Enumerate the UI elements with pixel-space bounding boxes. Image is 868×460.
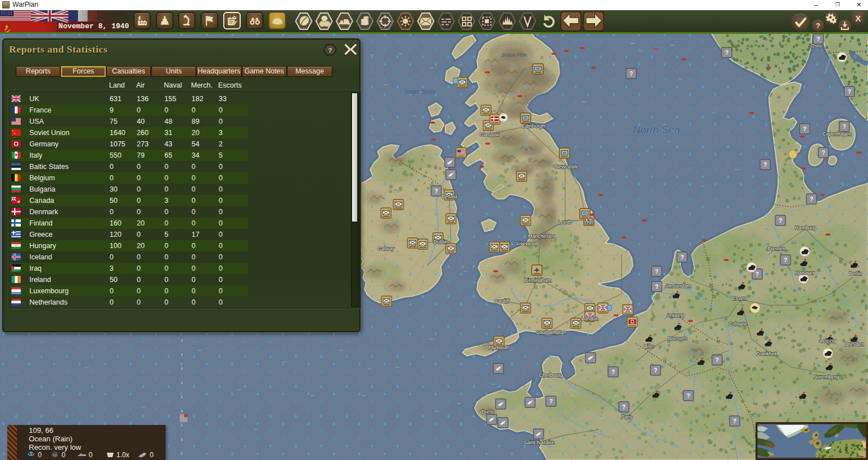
svg-text:Belfast: Belfast [441,194,457,199]
svg-text:?: ? [756,271,759,277]
svg-text:Edinburgh: Edinburgh [522,123,545,129]
svg-text:?: ? [763,161,767,168]
svg-text:Southampton: Southampton [536,329,566,335]
svg-text:Hull: Hull [584,219,593,225]
svg-text:?: ? [822,149,825,156]
svg-text:Brest: Brest [481,409,494,415]
svg-text:Amsterdam: Amsterdam [665,283,691,289]
svg-text:Newcastle: Newcastle [555,164,579,170]
svg-text:Cologne: Cologne [728,321,748,327]
svg-text:?: ? [680,254,684,261]
svg-text:Copenhagen: Copenhagen [822,131,852,137]
svg-text:Lille: Lille [644,344,653,349]
svg-text:1.0x: 1.0x [116,451,129,459]
svg-text:Oslo: Oslo [811,43,822,49]
svg-text:?: ? [687,392,690,399]
svg-text:Scapa Flow: Scapa Flow [502,52,527,58]
svg-text:Leeds: Leeds [558,219,572,225]
svg-text:?: ? [655,268,658,275]
svg-text:0: 0 [38,451,42,459]
svg-text:Cherbourg: Cherbourg [539,372,563,378]
svg-text:?: ? [655,283,658,290]
svg-text:Galway: Galway [377,246,395,251]
svg-text:Birmingham: Birmingham [524,277,552,283]
svg-text:0: 0 [62,451,66,459]
svg-text:?: ? [803,125,806,132]
svg-text:?: ? [779,217,782,224]
svg-text:Hanover: Hanover [795,270,814,276]
svg-text:?: ? [622,403,626,410]
svg-text:Dresden: Dresden [845,341,864,347]
svg-text:Leipzig: Leipzig [820,338,836,344]
svg-text:Antwerp: Antwerp [666,313,685,318]
svg-text:?: ? [817,36,820,42]
svg-text:Nuremberg: Nuremberg [813,374,839,380]
svg-text:?: ? [810,196,813,202]
svg-text:0: 0 [150,451,154,459]
svg-text:Dublin: Dublin [433,239,448,245]
svg-text:?: ? [843,123,846,130]
svg-text:Frankfurt: Frankfurt [756,351,777,357]
svg-text:Berlin: Berlin [849,271,862,276]
svg-text:?: ? [784,257,787,263]
svg-text:Saint-Nazaire: Saint-Nazaire [524,440,555,445]
svg-text:Bremen: Bremen [767,246,785,251]
svg-text:?: ? [611,368,615,375]
svg-text:?: ? [630,70,633,77]
svg-text:Cardiff: Cardiff [494,298,510,304]
svg-text:Paris: Paris [621,414,633,420]
svg-text:London: London [581,316,598,322]
svg-text:?: ? [435,188,438,194]
svg-text:?: ? [733,418,736,424]
svg-text:Essen: Essen [732,296,746,301]
svg-text:?: ? [725,49,728,56]
svg-text:Liverpool: Liverpool [517,241,537,246]
svg-text:Brussels: Brussels [668,336,688,341]
svg-text:0: 0 [89,451,93,459]
svg-text:?: ? [328,47,332,54]
svg-text:Manchester: Manchester [528,233,554,239]
svg-text:?: ? [549,398,553,405]
svg-text:North Sea: North Sea [633,124,680,136]
svg-text:?: ? [848,88,851,95]
svg-text:Inner Seas: Inner Seas [405,88,436,95]
svg-text:Hamburg: Hamburg [795,225,815,231]
svg-text:Glasgow: Glasgow [479,132,500,137]
svg-text:Plymouth: Plymouth [488,345,510,350]
svg-text:?: ? [654,367,657,374]
svg-text:?: ? [715,357,719,363]
